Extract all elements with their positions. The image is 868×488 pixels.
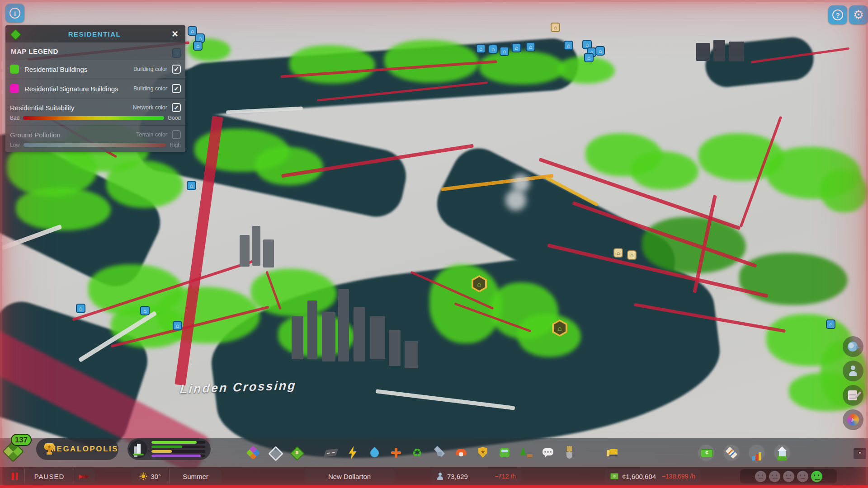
milestone-name-widget[interactable]: MEGALOPOLIS (36, 438, 118, 460)
gear-icon: ⚙ (853, 9, 864, 21)
radio-button[interactable] (843, 409, 863, 430)
trophy-icon (42, 442, 44, 456)
map-legend-title: MAP LEGEND (5, 42, 185, 59)
status-bar: PAUSED ▶ ▶ ▶ 30° Summer New Dollarton 73… (0, 467, 868, 488)
xp-bar-slot (151, 446, 205, 448)
fire-icon (453, 445, 469, 460)
economy-icon (698, 445, 714, 460)
speed-button[interactable]: ▶ ▶ ▶ (74, 469, 95, 483)
happiness-face-sad (769, 471, 780, 482)
panel-header[interactable]: RESIDENTIAL × (5, 25, 185, 42)
residential-levelup-marker[interactable] (488, 44, 498, 54)
info-views-button[interactable] (719, 440, 744, 465)
money-widget[interactable]: ¢1,600,604 −138,699 /h (605, 469, 701, 483)
signature-building-marker[interactable] (552, 319, 567, 337)
residential-levelup-marker[interactable] (187, 181, 196, 190)
water-button[interactable] (363, 440, 385, 465)
building-notification-marker[interactable] (551, 23, 560, 32)
progression-icon (774, 445, 790, 460)
city-progress-icon (129, 440, 147, 458)
close-icon[interactable]: × (169, 28, 181, 40)
building-notification-marker[interactable] (627, 250, 637, 260)
residential-levelup-marker[interactable] (584, 53, 594, 62)
photo-mode-button[interactable] (849, 440, 868, 465)
residential-levelup-marker[interactable] (476, 44, 486, 53)
residential-zone-icon (10, 29, 20, 39)
color-type-label: Terrain color (136, 131, 167, 138)
police-button[interactable] (472, 440, 494, 465)
journal-icon (847, 389, 859, 402)
legend-row-signature-buildings: Residential Signature Buildings Building… (5, 80, 185, 98)
signature-buildings-checkbox[interactable] (172, 84, 181, 93)
electricity-button[interactable] (342, 440, 363, 465)
toolbar-group (693, 440, 795, 465)
money-rate: −138,699 /h (662, 473, 695, 480)
education-icon (432, 445, 447, 460)
money-value: ¢1,600,604 (622, 473, 656, 480)
residential-levelup-marker[interactable] (500, 47, 509, 56)
residential-levelup-marker[interactable] (526, 42, 535, 52)
season-label: Summer (170, 469, 222, 483)
weather-widget[interactable]: 30° Summer (131, 469, 222, 483)
transportation-button[interactable] (494, 440, 515, 465)
residential-levelup-marker[interactable] (173, 321, 182, 330)
map-tiles-button[interactable] (286, 440, 307, 465)
residential-levelup-marker[interactable] (76, 304, 85, 313)
house-icon (554, 321, 566, 335)
residential-levelup-marker[interactable] (595, 46, 605, 56)
residential-levelup-marker[interactable] (512, 43, 521, 52)
building-notification-marker[interactable] (613, 248, 623, 258)
fire-button[interactable] (450, 440, 472, 465)
areas-button[interactable] (264, 440, 286, 465)
xp-bar-fill (151, 441, 197, 444)
chirper-bird-icon (847, 340, 859, 353)
health-icon (388, 445, 404, 460)
ground-pollution-checkbox[interactable] (172, 130, 181, 139)
roads-button[interactable] (320, 440, 342, 465)
xp-bar-slot (151, 450, 205, 453)
statistics-button[interactable] (744, 440, 769, 465)
info-panel-button[interactable]: i (5, 4, 24, 23)
residential-buildings-checkbox[interactable] (172, 65, 181, 74)
communications-button[interactable] (537, 440, 559, 465)
city-name-widget[interactable]: New Dollarton (304, 469, 395, 483)
simulation-controls: PAUSED ▶ ▶ ▶ (5, 469, 95, 483)
residential-levelup-marker[interactable] (826, 319, 835, 329)
terraforming-button[interactable] (559, 440, 580, 465)
zones-icon (245, 445, 261, 460)
scale-max-label: High (170, 142, 181, 148)
population-widget[interactable]: 73,629 −712 /h (431, 469, 521, 483)
panel-title: RESIDENTIAL (20, 30, 169, 38)
toolbar-group (849, 440, 868, 465)
signature-building-marker[interactable] (472, 275, 487, 292)
economy-button[interactable] (693, 440, 719, 465)
residential-levelup-marker[interactable] (193, 41, 203, 51)
parks-icon (519, 445, 534, 460)
journal-button[interactable] (843, 385, 863, 406)
map-decor (242, 438, 868, 467)
parks-button[interactable] (515, 440, 537, 465)
radio-icon (847, 413, 859, 426)
progression-button[interactable] (769, 440, 795, 465)
sun-icon (139, 472, 147, 480)
statistics-icon (752, 452, 761, 460)
milestone-widget[interactable]: 137 (4, 436, 33, 462)
residential-levelup-marker[interactable] (564, 41, 573, 50)
bulldozer-button[interactable] (602, 440, 624, 465)
chirper-bird-button[interactable] (843, 336, 863, 357)
xp-progress-widget[interactable] (127, 438, 211, 460)
garbage-button[interactable] (407, 440, 429, 465)
zones-button[interactable] (242, 440, 264, 465)
help-button[interactable]: ? (828, 5, 847, 24)
suitability-checkbox[interactable] (172, 103, 181, 112)
settings-button[interactable]: ⚙ (849, 5, 868, 24)
pause-button[interactable] (5, 469, 24, 483)
green-swatch (10, 65, 19, 74)
education-button[interactable] (429, 440, 450, 465)
health-button[interactable] (385, 440, 407, 465)
legend-label: Residential Suitability (10, 104, 75, 112)
citizen-button[interactable] (843, 361, 863, 381)
play-icon: ▶ (85, 474, 90, 479)
happiness-widget[interactable] (740, 469, 837, 483)
residential-levelup-marker[interactable] (140, 306, 150, 315)
